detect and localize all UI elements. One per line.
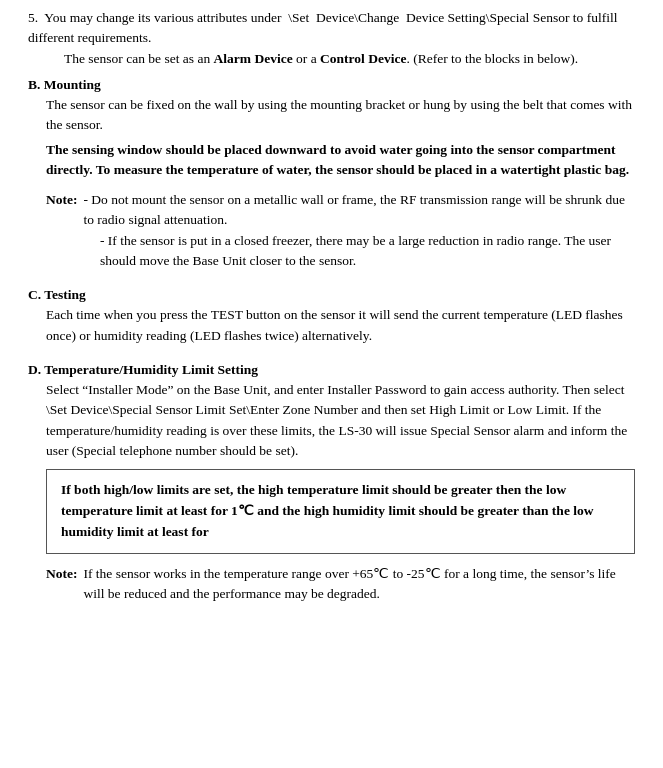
note-row: Note: - Do not mount the sensor on a met…: [46, 190, 635, 231]
section-d-note-label: Note:: [46, 564, 77, 584]
section-d-para: Select “Installer Mode” on the Base Unit…: [46, 380, 635, 461]
section-b-para1: The sensor can be fixed on the wall by u…: [46, 95, 635, 136]
item-5-text2: The sensor can be set as an Alarm Device…: [28, 49, 635, 69]
section-d-body: Select “Installer Mode” on the Base Unit…: [28, 380, 635, 604]
item-5: 5. You may change its various attributes…: [28, 8, 635, 69]
section-d-note-text: If the sensor works in the temperature r…: [81, 564, 635, 605]
section-c: C. Testing Each time when you press the …: [28, 285, 635, 346]
control-device-label: Control Device: [320, 51, 406, 66]
section-b-note: Note: - Do not mount the sensor on a met…: [46, 190, 635, 271]
section-d-note-row: Note: If the sensor works in the tempera…: [46, 564, 635, 605]
section-d-header: D. Temperature/Humidity Limit Setting: [28, 360, 635, 380]
section-b-header: B. Mounting: [28, 75, 635, 95]
alarm-device-label: Alarm Device: [214, 51, 293, 66]
section-b-body: The sensor can be fixed on the wall by u…: [28, 95, 635, 271]
section-c-body: Each time when you press the TEST button…: [28, 305, 635, 346]
section-d: D. Temperature/Humidity Limit Setting Se…: [28, 360, 635, 605]
section-b: B. Mounting The sensor can be fixed on t…: [28, 75, 635, 271]
note-dash1: - Do not mount the sensor on a metallic …: [81, 190, 635, 231]
highlighted-box: If both high/low limits are set, the hig…: [46, 469, 635, 554]
section-c-para: Each time when you press the TEST button…: [46, 305, 635, 346]
section-c-header: C. Testing: [28, 285, 635, 305]
note-item2: - If the sensor is put in a closed freez…: [46, 231, 635, 272]
item-5-text1: 5. You may change its various attributes…: [28, 8, 635, 49]
note-label: Note:: [46, 190, 77, 210]
section-d-note: Note: If the sensor works in the tempera…: [46, 564, 635, 605]
section-b-para2: The sensing window should be placed down…: [46, 140, 635, 181]
